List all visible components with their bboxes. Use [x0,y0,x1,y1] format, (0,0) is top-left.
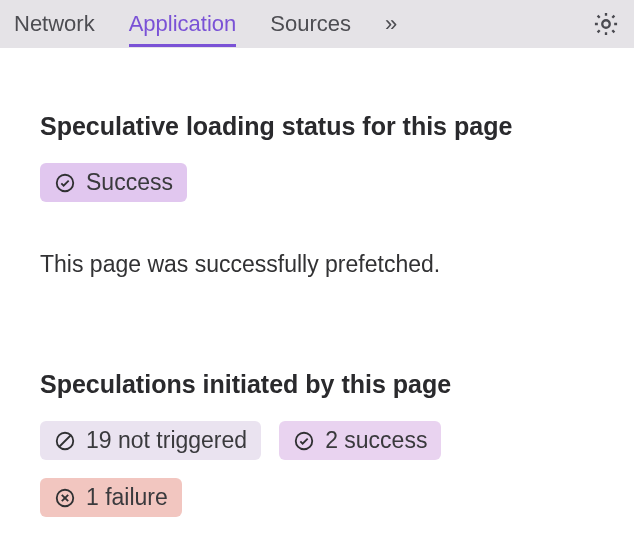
chip-failure: 1 failure [40,478,182,517]
svg-point-1 [57,174,74,191]
section-title-status: Speculative loading status for this page [40,112,594,141]
tab-application[interactable]: Application [129,1,237,47]
chip-success-label: Success [86,169,173,196]
initiated-chip-row: 19 not triggered 2 success 1 failure [40,421,594,517]
devtools-tabbar: Network Application Sources » [0,0,634,48]
status-chip-row: Success [40,163,594,202]
gear-icon[interactable] [592,10,620,38]
application-panel-content: Speculative loading status for this page… [0,48,634,548]
chip-failure-label: 1 failure [86,484,168,511]
tab-network[interactable]: Network [14,1,95,47]
block-circle-icon [54,430,76,452]
chip-success-count: 2 success [279,421,441,460]
chip-not-triggered: 19 not triggered [40,421,261,460]
check-circle-icon [293,430,315,452]
svg-point-4 [296,432,313,449]
chip-success-count-label: 2 success [325,427,427,454]
chip-not-triggered-label: 19 not triggered [86,427,247,454]
chip-success: Success [40,163,187,202]
tab-sources[interactable]: Sources [270,1,351,47]
check-circle-icon [54,172,76,194]
svg-line-3 [60,435,71,446]
section-title-initiated: Speculations initiated by this page [40,370,594,399]
svg-point-0 [602,20,609,27]
x-circle-icon [54,487,76,509]
status-body-text: This page was successfully prefetched. [40,248,594,280]
tabs-overflow-icon[interactable]: » [385,11,397,37]
